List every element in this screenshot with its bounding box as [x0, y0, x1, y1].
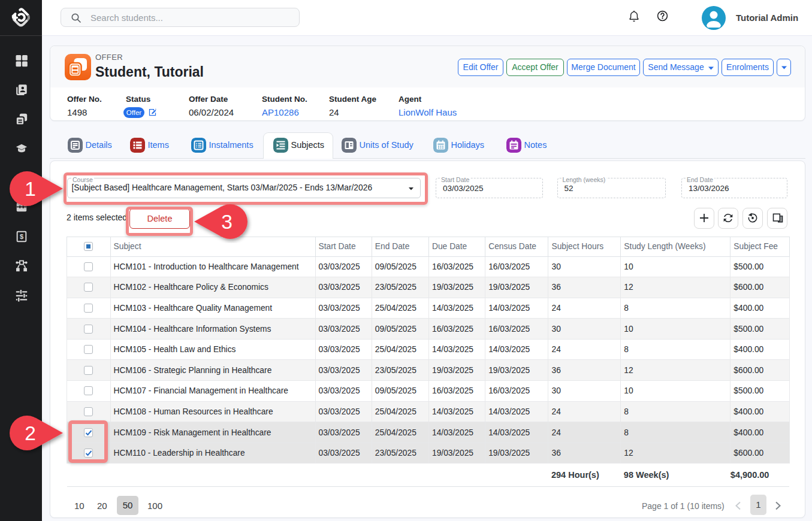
svg-text:2: 2 — [25, 422, 36, 444]
svg-text:3: 3 — [221, 211, 233, 233]
svg-text:$: $ — [20, 233, 23, 240]
svg-text:1: 1 — [25, 178, 36, 200]
